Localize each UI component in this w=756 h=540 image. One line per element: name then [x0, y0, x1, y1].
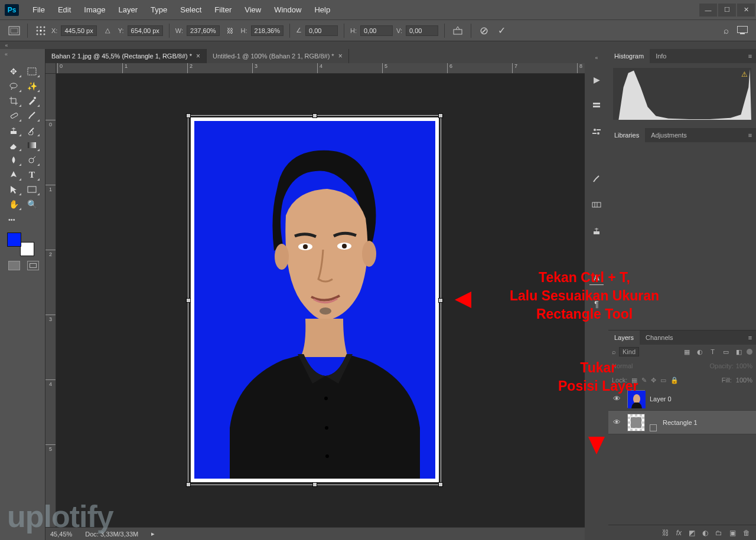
layers-menu-icon[interactable]: ≡	[744, 334, 756, 341]
filter-type-icon[interactable]: T	[708, 348, 718, 355]
adjustment-icon[interactable]: ◐	[702, 529, 708, 537]
history-brush-tool[interactable]	[23, 123, 41, 138]
doc-tab-1-close-icon[interactable]: ×	[196, 52, 200, 60]
fx-icon[interactable]: fx	[676, 529, 682, 537]
menu-edit[interactable]: Edit	[51, 0, 77, 19]
clone-src-icon[interactable]	[589, 224, 604, 238]
fg-color[interactable]	[7, 233, 21, 247]
fill-value[interactable]: 100%	[736, 377, 752, 384]
document-canvas[interactable]	[191, 117, 439, 482]
x-value[interactable]: 445,50 px	[61, 25, 96, 36]
commit-transform-icon[interactable]: ✓	[495, 24, 509, 38]
status-chevron-icon[interactable]: ▸	[151, 530, 155, 538]
vector-mask-icon[interactable]	[650, 414, 658, 431]
magic-wand-tool[interactable]: ✨	[23, 79, 41, 93]
ruler-origin[interactable]	[45, 63, 56, 74]
path-select-tool[interactable]	[5, 182, 22, 197]
clone-tool[interactable]	[5, 123, 22, 138]
group-icon[interactable]: 🗀	[715, 529, 722, 537]
filter-kind[interactable]: Kind	[619, 347, 639, 356]
pen-tool[interactable]	[5, 168, 22, 182]
filter-toggle[interactable]	[747, 349, 752, 355]
handle-bottom-left[interactable]	[186, 482, 191, 487]
y-value[interactable]: 654,00 px	[128, 25, 163, 36]
histogram-menu-icon[interactable]: ≡	[744, 53, 756, 60]
tab-channels[interactable]: Channels	[640, 330, 679, 345]
link-layers-icon[interactable]: ⛓	[662, 529, 669, 537]
brushes-icon[interactable]	[589, 172, 604, 186]
link-icon[interactable]: ⛓	[223, 24, 237, 38]
tab-histogram[interactable]: Histogram	[608, 49, 650, 63]
layer-thumb[interactable]	[627, 414, 645, 431]
window-maximize[interactable]: ☐	[718, 4, 736, 17]
type-tool[interactable]: T	[23, 168, 41, 182]
standard-mode-icon[interactable]	[8, 261, 20, 270]
interpolation-icon[interactable]	[451, 24, 465, 38]
lock-all-icon[interactable]: 🔒	[670, 377, 679, 384]
handle-mid-left[interactable]	[186, 298, 191, 303]
menu-help[interactable]: Help	[308, 0, 337, 19]
delta-icon[interactable]: △	[100, 24, 115, 38]
handle-top-left[interactable]	[186, 113, 191, 118]
filter-smart-icon[interactable]: ◧	[734, 348, 744, 356]
properties-icon[interactable]	[589, 125, 604, 139]
lasso-tool[interactable]	[5, 79, 22, 93]
lock-paint-icon[interactable]: ✎	[641, 377, 647, 384]
w-value[interactable]: 237,60%	[187, 25, 219, 36]
tab-info[interactable]: Info	[650, 49, 672, 63]
menu-window[interactable]: Window	[268, 0, 308, 19]
eyedropper-tool[interactable]	[23, 94, 41, 108]
handle-bottom-right[interactable]	[438, 482, 443, 487]
blur-tool[interactable]	[5, 153, 22, 167]
layer-name[interactable]: Layer 0	[650, 395, 672, 402]
doc-tab-2[interactable]: Untitled-1 @ 100% (Bahan 2 1, RGB/8#) * …	[207, 49, 349, 63]
tab-adjustments[interactable]: Adjustments	[645, 128, 693, 142]
bg-color[interactable]	[20, 242, 34, 256]
menu-filter[interactable]: Filter	[208, 0, 238, 19]
search-icon[interactable]: ⌕	[724, 25, 729, 35]
visibility-toggle[interactable]: 👁	[611, 394, 623, 403]
ruler-vertical[interactable]: 0 1 2 3 4 5	[45, 74, 56, 527]
rectangle-tool[interactable]	[23, 182, 41, 197]
cache-warning-icon[interactable]: ⚠	[741, 70, 748, 78]
crop-tool[interactable]	[5, 94, 22, 108]
menu-layer[interactable]: Layer	[112, 0, 145, 19]
lock-nest-icon[interactable]: ▭	[660, 377, 666, 384]
filter-search-icon[interactable]: ⌕	[612, 348, 616, 355]
opacity-value[interactable]: 100%	[736, 362, 752, 369]
doc-tab-1[interactable]: Bahan 2 1.jpg @ 45,5% (Rectangle 1, RGB/…	[45, 49, 207, 63]
dodge-tool[interactable]	[23, 153, 41, 167]
menu-image[interactable]: Image	[77, 0, 112, 19]
handle-mid-right[interactable]	[438, 298, 443, 303]
layer-row-1[interactable]: 👁 Rectangle 1	[608, 411, 756, 434]
layer-name[interactable]: Rectangle 1	[663, 419, 698, 426]
visibility-toggle[interactable]: 👁	[611, 418, 623, 427]
handle-bottom-mid[interactable]	[312, 482, 317, 487]
libraries-menu-icon[interactable]: ≡	[744, 132, 756, 139]
gradient-tool[interactable]	[23, 138, 41, 152]
screen-mode-icon[interactable]	[737, 26, 748, 35]
filter-pixel-icon[interactable]: ▦	[682, 348, 692, 356]
quickmask-mode-icon[interactable]	[27, 261, 39, 270]
hand-tool[interactable]: ✋	[5, 197, 22, 211]
brush-tool[interactable]	[23, 109, 41, 123]
menu-file[interactable]: File	[26, 0, 51, 19]
menu-select[interactable]: Select	[174, 0, 208, 19]
tab-layers[interactable]: Layers	[608, 330, 640, 345]
new-layer-icon[interactable]: ▣	[729, 529, 736, 537]
angle-value[interactable]: 0,00	[305, 25, 338, 36]
color-swatches[interactable]	[7, 233, 34, 256]
h-value[interactable]: 218,36%	[251, 25, 284, 36]
tab-libraries[interactable]: Libraries	[608, 128, 645, 142]
more-tools-icon[interactable]: •••	[0, 212, 45, 227]
mask-icon[interactable]: ◩	[689, 529, 695, 537]
actions-icon[interactable]: ▶	[589, 73, 604, 87]
rect-marquee-tool[interactable]	[23, 64, 41, 78]
filter-adjust-icon[interactable]: ◐	[695, 348, 705, 356]
ruler-horizontal[interactable]: 0 1 2 3 4 5 6 7 8	[56, 63, 585, 74]
menu-view[interactable]: View	[238, 0, 268, 19]
skew-h-value[interactable]: 0,00	[360, 25, 393, 36]
healing-tool[interactable]	[5, 109, 22, 123]
history-icon[interactable]	[589, 99, 604, 113]
skew-v-value[interactable]: 0,00	[406, 25, 438, 36]
